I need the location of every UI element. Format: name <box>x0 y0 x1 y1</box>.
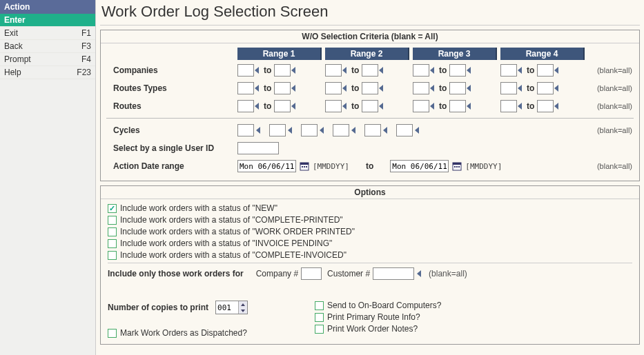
company-number-input[interactable] <box>301 267 322 280</box>
calendar-icon[interactable] <box>451 161 462 172</box>
companies-r3-from[interactable] <box>413 64 429 77</box>
chevron-left-icon[interactable] <box>342 83 349 93</box>
chevron-left-icon[interactable] <box>414 125 421 135</box>
routetypes-r4-to[interactable] <box>537 82 554 94</box>
chevron-left-icon[interactable] <box>291 83 297 93</box>
to-label: to <box>439 65 447 75</box>
chevron-left-icon[interactable] <box>429 65 436 75</box>
status-invoice-pending-checkbox[interactable] <box>108 239 117 248</box>
to-label: to <box>366 161 373 171</box>
customer-number-input[interactable] <box>373 267 414 280</box>
copies-input[interactable] <box>216 303 238 312</box>
divider <box>106 118 634 119</box>
chevron-left-icon[interactable] <box>291 65 297 75</box>
route-types-label: Routes Types <box>106 83 237 93</box>
cycles-row: Cycles (blank=all) <box>106 123 634 138</box>
routetypes-r1-from[interactable] <box>237 82 254 94</box>
chevron-left-icon[interactable] <box>517 101 524 111</box>
sidebar-item-back[interactable]: Back F3 <box>0 40 95 53</box>
status-complete-invoiced-checkbox[interactable] <box>108 251 117 260</box>
routetypes-r1-to[interactable] <box>274 82 291 94</box>
date-from-input[interactable] <box>237 160 296 172</box>
to-label: to <box>264 65 271 75</box>
companies-r1-from[interactable] <box>237 64 254 77</box>
routetypes-r4-from[interactable] <box>500 82 517 94</box>
routetypes-r3-to[interactable] <box>449 82 466 94</box>
sidebar-item-help[interactable]: Help F23 <box>0 66 95 79</box>
chevron-left-icon[interactable] <box>342 101 349 111</box>
chevron-left-icon[interactable] <box>378 101 385 111</box>
routes-r1-from[interactable] <box>237 100 254 112</box>
spinner-down-icon[interactable] <box>239 307 247 314</box>
routes-r4-to[interactable] <box>537 100 554 112</box>
calendar-icon[interactable] <box>299 161 310 172</box>
cycle-input-3[interactable] <box>301 124 318 136</box>
routes-r2-from[interactable] <box>325 100 342 112</box>
copies-spinner[interactable] <box>215 301 248 314</box>
onboard-checkbox[interactable] <box>315 301 324 310</box>
chevron-left-icon[interactable] <box>378 83 385 93</box>
chevron-left-icon[interactable] <box>429 83 436 93</box>
chevron-left-icon[interactable] <box>554 101 560 111</box>
routes-r4-from[interactable] <box>500 100 517 112</box>
sidebar-item-label: Prompt <box>4 54 31 64</box>
chevron-left-icon[interactable] <box>517 83 524 93</box>
routetypes-r2-to[interactable] <box>362 82 378 94</box>
chevron-left-icon[interactable] <box>342 65 349 75</box>
onboard-label: Send to On-Board Computers? <box>327 301 441 310</box>
routes-r3-from[interactable] <box>413 100 429 112</box>
companies-r2-to[interactable] <box>362 64 378 77</box>
chevron-left-icon[interactable] <box>466 101 473 111</box>
page-title: Work Order Log Selection Screen <box>100 0 640 26</box>
range-header-3: Range 3 <box>413 48 497 60</box>
sidebar-item-key: F23 <box>77 68 91 77</box>
chevron-left-icon[interactable] <box>255 125 262 135</box>
dispatched-checkbox[interactable] <box>108 329 117 338</box>
cycle-input-1[interactable] <box>237 124 254 136</box>
routes-r2-to[interactable] <box>362 100 378 112</box>
date-to-input[interactable] <box>390 160 449 172</box>
companies-r4-to[interactable] <box>537 64 554 77</box>
chevron-left-icon[interactable] <box>517 65 524 75</box>
chevron-left-icon[interactable] <box>466 83 473 93</box>
chevron-left-icon[interactable] <box>378 65 385 75</box>
companies-r2-from[interactable] <box>325 64 342 77</box>
status-complete-printed-label: Include work orders with a status of "CO… <box>120 215 343 225</box>
status-complete-printed-checkbox[interactable] <box>108 216 117 225</box>
chevron-left-icon[interactable] <box>554 83 560 93</box>
cycle-input-5[interactable] <box>364 124 381 136</box>
chevron-left-icon[interactable] <box>254 83 261 93</box>
chevron-left-icon[interactable] <box>416 269 423 278</box>
cycle-input-2[interactable] <box>269 124 286 136</box>
cycle-input-6[interactable] <box>396 124 413 136</box>
chevron-left-icon[interactable] <box>254 101 261 111</box>
routes-r1-to[interactable] <box>274 100 291 112</box>
chevron-left-icon[interactable] <box>319 125 326 135</box>
chevron-left-icon[interactable] <box>254 65 261 75</box>
sidebar-item-exit[interactable]: Exit F1 <box>0 27 95 40</box>
status-wo-printed-checkbox[interactable] <box>108 227 117 236</box>
routetypes-r3-from[interactable] <box>413 82 429 94</box>
routetypes-r2-from[interactable] <box>325 82 342 94</box>
chevron-left-icon[interactable] <box>429 101 436 111</box>
chevron-left-icon[interactable] <box>466 65 473 75</box>
chevron-left-icon[interactable] <box>351 125 358 135</box>
chevron-left-icon[interactable] <box>554 65 560 75</box>
companies-r4-from[interactable] <box>500 64 517 77</box>
primary-route-checkbox[interactable] <box>315 313 324 322</box>
range-headers: Range 1 Range 2 Range 3 Range 4 <box>237 48 634 60</box>
spinner-up-icon[interactable] <box>239 301 247 307</box>
sidebar-item-prompt[interactable]: Prompt F4 <box>0 53 95 66</box>
userid-input[interactable] <box>237 142 279 154</box>
copies-row: Number of copies to print <box>108 301 315 314</box>
status-new-checkbox[interactable] <box>108 204 117 213</box>
chevron-left-icon[interactable] <box>287 125 294 135</box>
companies-r1-to[interactable] <box>274 64 291 77</box>
routes-r3-to[interactable] <box>449 100 466 112</box>
chevron-left-icon[interactable] <box>382 125 389 135</box>
notes-checkbox[interactable] <box>315 325 324 334</box>
companies-r3-to[interactable] <box>449 64 466 77</box>
sidebar-item-enter[interactable]: Enter <box>0 14 95 27</box>
cycle-input-4[interactable] <box>333 124 349 136</box>
chevron-left-icon[interactable] <box>291 101 297 111</box>
